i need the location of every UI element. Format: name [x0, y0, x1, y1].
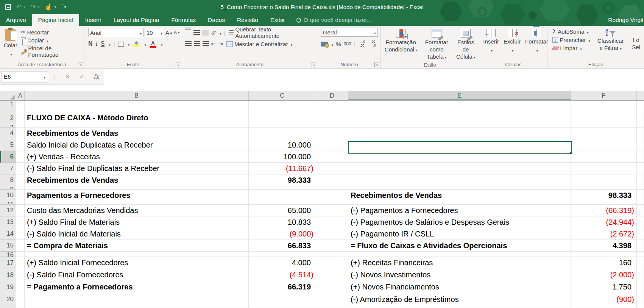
dialog-launcher-fonte[interactable]	[176, 62, 181, 67]
row-header-14[interactable]: 14	[0, 228, 16, 240]
cell-D19[interactable]	[316, 281, 348, 293]
cell-styles-dropdown-icon[interactable]	[472, 53, 476, 60]
cell-E18[interactable]: (-) Novos Investimentos	[348, 269, 571, 281]
row-header-9[interactable]: 9	[0, 186, 16, 190]
cell-A10[interactable]	[16, 190, 25, 201]
cell-D3[interactable]	[316, 124, 348, 128]
row-header-15[interactable]: 15	[0, 240, 16, 252]
cell-B9[interactable]	[25, 186, 249, 190]
format-as-table-dropdown-icon[interactable]	[444, 53, 447, 60]
cell-G17[interactable]	[637, 257, 644, 269]
cell-A7[interactable]	[16, 163, 25, 174]
cell-D9[interactable]	[316, 186, 348, 190]
column-header-D[interactable]: D	[316, 91, 348, 100]
cell-E2[interactable]	[348, 112, 571, 124]
row-header-10[interactable]: 10	[0, 190, 16, 201]
cell-A4[interactable]	[16, 128, 25, 139]
cell-G8[interactable]	[637, 174, 644, 186]
select-all-corner[interactable]	[0, 91, 16, 100]
fill-button[interactable]: ↓ Preencher	[551, 36, 591, 44]
cell-E12[interactable]: (-) Pagamentos a Fornecedores	[348, 205, 571, 216]
cell-D1[interactable]	[316, 101, 348, 112]
cell-A18[interactable]	[16, 269, 25, 281]
cell-F15[interactable]: 4.398	[571, 240, 637, 252]
cell-D17[interactable]	[316, 257, 348, 269]
cell-C8[interactable]: 98.333	[249, 174, 316, 186]
cell-E15[interactable]: = Fluxo de Caixas e Atividades Operciona…	[348, 240, 571, 252]
font-color-dropdown-icon[interactable]	[160, 41, 163, 47]
cell-F11[interactable]	[571, 201, 637, 205]
cell-G2[interactable]	[637, 112, 644, 124]
cell-B19[interactable]: = Pagamento a Fornecedores	[25, 281, 249, 293]
tab-exibir[interactable]: Exibir	[264, 14, 291, 26]
cell-D18[interactable]	[316, 269, 348, 281]
decrease-decimal-icon[interactable]: ,00 →,0	[369, 40, 377, 48]
cell-B10[interactable]: Pagamentos a Fornecedores	[25, 190, 249, 201]
paste-button[interactable]: Colar	[2, 28, 20, 60]
cell-G12[interactable]	[637, 205, 644, 216]
align-top-icon[interactable]	[185, 28, 192, 31]
cell-G6[interactable]	[637, 151, 644, 163]
cell-E7[interactable]	[348, 163, 571, 174]
row-header-20[interactable]: 20	[0, 293, 16, 308]
cell-F19[interactable]: 1.750	[571, 281, 637, 293]
cell-B1[interactable]	[25, 101, 249, 112]
cell-F5[interactable]	[571, 139, 637, 151]
tab-dados[interactable]: Dados	[202, 14, 231, 26]
font-size-dropdown-icon[interactable]	[159, 30, 162, 36]
row-header-1[interactable]: 1	[0, 101, 16, 112]
tell-me-search[interactable]: O que você deseja fazer...	[291, 14, 377, 26]
cell-A2[interactable]	[16, 112, 25, 124]
cell-F1[interactable]	[571, 101, 637, 112]
cell-B15[interactable]: = Compra de Materiais	[25, 240, 249, 252]
tab-formulas[interactable]: Fórmulas	[165, 14, 202, 26]
merge-center-dropdown-icon[interactable]	[290, 41, 293, 47]
paste-dropdown-icon[interactable]	[9, 50, 12, 57]
cell-A1[interactable]	[16, 101, 25, 112]
cell-C1[interactable]	[249, 101, 316, 112]
clear-dropdown-icon[interactable]	[579, 45, 582, 51]
cell-styles-button[interactable]: Estilos de Célula	[454, 28, 478, 61]
cell-B4[interactable]: Recebimentos de Vendas	[25, 128, 249, 139]
sort-filter-dropdown-icon[interactable]	[619, 45, 622, 51]
orientation-icon[interactable]: ab	[210, 29, 218, 37]
decrease-font-icon[interactable]: A	[174, 30, 177, 35]
cell-C17[interactable]: 4.000	[249, 257, 316, 269]
cell-E1[interactable]	[348, 101, 571, 112]
fill-handle[interactable]	[570, 152, 572, 154]
cell-F9[interactable]	[571, 186, 637, 190]
row-header-2[interactable]: 2	[0, 112, 16, 124]
cell-E10[interactable]: Recebimentos de Vendas	[348, 190, 571, 201]
cell-C18[interactable]: (4.514)	[249, 269, 316, 281]
cell-B16[interactable]	[25, 252, 249, 257]
cell-A13[interactable]	[16, 216, 25, 228]
cell-F8[interactable]	[571, 174, 637, 186]
active-cell-selection-E6[interactable]	[348, 141, 572, 154]
bold-button[interactable]: N	[88, 40, 93, 47]
cell-D16[interactable]	[316, 252, 348, 257]
number-format-dropdown-icon[interactable]	[373, 29, 376, 36]
clear-button[interactable]: Limpar	[551, 45, 591, 52]
orientation-dropdown-icon[interactable]	[218, 30, 221, 36]
cell-C20[interactable]	[249, 293, 316, 308]
cell-D12[interactable]	[316, 205, 348, 216]
increase-indent-icon[interactable]: ⇥	[218, 40, 223, 47]
accounting-dropdown-icon[interactable]	[331, 41, 334, 47]
font-name-combo[interactable]: Arial	[88, 28, 143, 37]
cell-C19[interactable]: 66.319	[249, 281, 316, 293]
cell-A5[interactable]	[16, 139, 25, 151]
row-header-3[interactable]: 3	[0, 124, 16, 128]
percent-style-icon[interactable]: %	[336, 41, 341, 47]
tab-arquivo[interactable]: Arquivo	[0, 14, 32, 26]
conditional-formatting-button[interactable]: ≠ Formatação Condicional	[382, 28, 419, 61]
underline-button[interactable]: S	[101, 40, 105, 47]
cut-button[interactable]: ✂ Recortar	[20, 28, 83, 36]
cell-C16[interactable]	[249, 252, 316, 257]
copy-button[interactable]: Copiar	[20, 37, 83, 44]
row-header-11[interactable]: 11	[0, 201, 16, 205]
cell-B18[interactable]: (-) Saldo Final Fornecedores	[25, 269, 249, 281]
cell-G7[interactable]	[637, 163, 644, 174]
cell-B3[interactable]	[25, 124, 249, 128]
row-header-4[interactable]: 4	[0, 128, 16, 139]
tab-pagina-inicial[interactable]: Página Inicial	[32, 14, 79, 26]
